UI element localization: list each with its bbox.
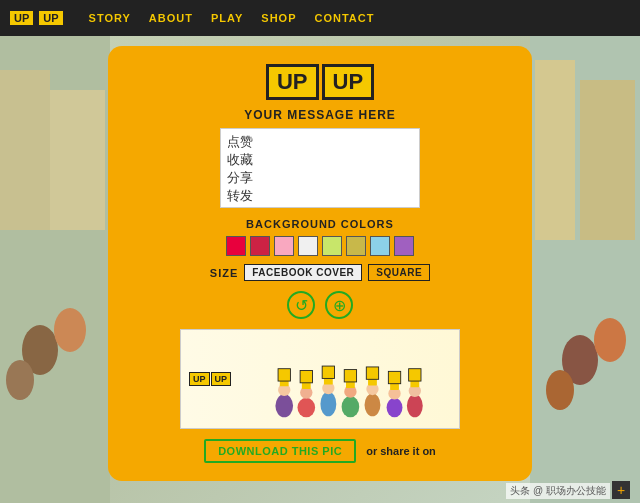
swatch-2[interactable] xyxy=(274,236,294,256)
size-square[interactable]: SQUARE xyxy=(368,264,430,281)
swatch-4[interactable] xyxy=(322,236,342,256)
nav-logo-left: UP xyxy=(8,9,35,27)
svg-point-12 xyxy=(275,394,293,417)
swatch-1[interactable] xyxy=(250,236,270,256)
svg-point-20 xyxy=(320,392,336,417)
svg-rect-19 xyxy=(300,370,312,382)
nav-contact[interactable]: CONTACT xyxy=(314,12,374,24)
your-message-label: YOUR MESSAGE HERE xyxy=(244,108,396,122)
main-panel: UP UP YOUR MESSAGE HERE BACKGROUND COLOR… xyxy=(108,46,532,481)
svg-rect-9 xyxy=(580,80,635,240)
svg-rect-35 xyxy=(388,371,400,383)
download-row: DOWNLOAD THIS PIC or share it on xyxy=(204,439,436,463)
watermark-plus: + xyxy=(612,481,630,499)
svg-point-24 xyxy=(342,396,360,417)
svg-point-36 xyxy=(407,394,423,417)
size-label: SIZE xyxy=(210,267,238,279)
watermark: 头条 @ 职场办公技能 xyxy=(506,483,610,499)
size-row: SIZE FACEBOOK COVER SQUARE xyxy=(210,264,430,281)
panel-logo: UP UP xyxy=(266,64,374,100)
preview-logo-box-sm-left: UP xyxy=(189,372,210,386)
svg-point-3 xyxy=(54,308,86,352)
svg-point-4 xyxy=(6,360,34,400)
nav-logo[interactable]: UP UP xyxy=(8,9,65,27)
svg-point-6 xyxy=(594,318,626,362)
swatch-3[interactable] xyxy=(298,236,318,256)
nav-shop[interactable]: SHOP xyxy=(261,12,296,24)
nav-bar: UP UP STORY ABOUT PLAY SHOP CONTACT xyxy=(0,0,640,36)
preview-logo-box-sm-right: UP xyxy=(211,372,232,386)
nav-logo-right: UP xyxy=(37,9,64,27)
svg-rect-8 xyxy=(535,60,575,240)
svg-rect-27 xyxy=(344,370,356,382)
preview-inner: UP UP xyxy=(181,330,459,428)
nav-play[interactable]: PLAY xyxy=(211,12,243,24)
nav-about[interactable]: ABOUT xyxy=(149,12,193,24)
panel-logo-left: UP xyxy=(266,64,319,100)
refresh-icon[interactable]: ↺ xyxy=(287,291,315,319)
svg-point-28 xyxy=(365,393,381,416)
svg-rect-23 xyxy=(322,366,334,378)
svg-rect-11 xyxy=(50,90,105,230)
swatch-7[interactable] xyxy=(394,236,414,256)
color-swatches xyxy=(226,236,414,256)
swatch-6[interactable] xyxy=(370,236,390,256)
svg-rect-39 xyxy=(409,369,421,381)
svg-rect-15 xyxy=(278,369,290,381)
swatch-5[interactable] xyxy=(346,236,366,256)
add-icon[interactable]: ⊕ xyxy=(325,291,353,319)
svg-point-32 xyxy=(387,398,403,417)
svg-rect-31 xyxy=(366,367,378,379)
preview-logo-small: UP UP xyxy=(189,372,231,386)
svg-point-7 xyxy=(546,370,574,410)
swatch-0[interactable] xyxy=(226,236,246,256)
preview-box: UP UP xyxy=(180,329,460,429)
bg-colors-label: BACKGROUND COLORS xyxy=(246,218,394,230)
preview-crowd xyxy=(241,339,451,419)
nav-links: STORY ABOUT PLAY SHOP CONTACT xyxy=(89,12,375,24)
action-icons-row: ↺ ⊕ xyxy=(287,291,353,319)
size-facebook-cover[interactable]: FACEBOOK COVER xyxy=(244,264,362,281)
download-button[interactable]: DOWNLOAD THIS PIC xyxy=(204,439,356,463)
panel-logo-right: UP xyxy=(322,64,375,100)
message-textarea[interactable] xyxy=(220,128,420,208)
nav-story[interactable]: STORY xyxy=(89,12,131,24)
svg-rect-10 xyxy=(0,70,50,230)
share-text: or share it on xyxy=(366,445,436,457)
svg-point-16 xyxy=(297,398,315,417)
